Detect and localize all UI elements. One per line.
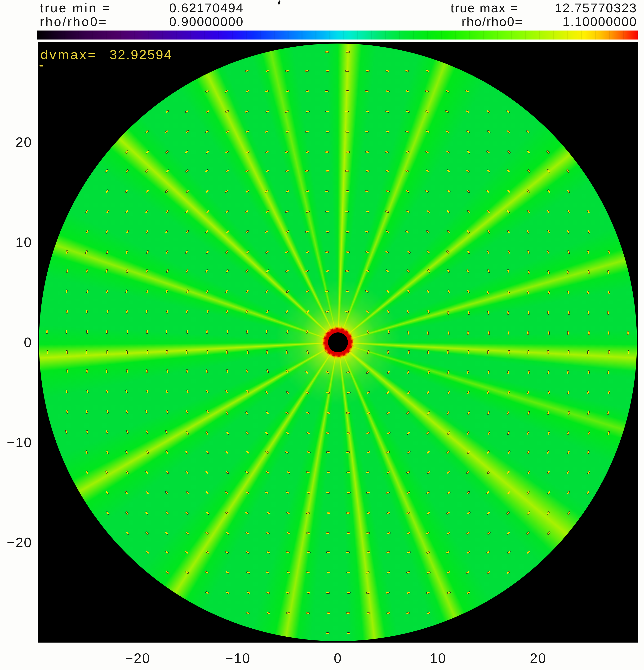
central-black-hole — [328, 332, 348, 352]
y-tick-label: −20 — [0, 534, 32, 550]
vector-arrow — [548, 331, 550, 335]
vector-arrow — [326, 211, 329, 212]
vector-arrow — [607, 371, 609, 374]
vector-arrow — [346, 572, 350, 574]
vector-arrow — [206, 330, 208, 334]
vector-arrow — [226, 350, 228, 354]
vector-arrow — [325, 90, 329, 92]
vector-arrow — [367, 612, 371, 614]
colorbar-step-bands — [37, 30, 638, 40]
y-tick-label: 20 — [0, 134, 32, 150]
vector-arrow — [306, 110, 310, 112]
vector-arrow — [326, 451, 330, 453]
y-tick-label: 10 — [0, 234, 32, 250]
vector-arrow — [346, 190, 349, 192]
vector-arrow — [365, 90, 369, 92]
vector-arrow — [607, 331, 609, 335]
vector-arrow — [326, 592, 330, 594]
vector-arrow — [347, 592, 351, 594]
vector-arrow — [326, 110, 329, 112]
x-tick-label: −20 — [109, 650, 166, 666]
vector-arrow — [306, 612, 310, 614]
vector-arrow — [487, 350, 489, 354]
vector-scale-key-arrow — [40, 65, 43, 66]
vector-arrow — [346, 551, 350, 553]
vector-arrow — [346, 512, 350, 514]
rho-min-value: 0.90000000 — [144, 14, 244, 29]
vector-arrow — [628, 350, 629, 354]
vector-arrow — [186, 350, 188, 354]
vector-arrow — [87, 330, 88, 334]
vector-arrow — [146, 330, 148, 334]
x-tick-label: 20 — [510, 650, 567, 666]
vector-arrow — [206, 350, 208, 354]
vector-arrow — [447, 350, 449, 354]
vector-arrow — [326, 131, 329, 133]
vector-arrow — [528, 350, 529, 354]
plot-area: dvmax=32.92594 — [38, 42, 638, 643]
vector-arrow — [345, 131, 349, 133]
simulation-plot-page: true min = 0.62170494 rho/rho0= 0.900000… — [0, 0, 644, 670]
x-tick-label: 0 — [310, 650, 366, 666]
vector-arrow — [366, 110, 369, 112]
vector-arrow — [325, 190, 329, 192]
vector-arrow — [47, 350, 48, 354]
vector-arrow — [166, 350, 168, 354]
vector-arrow — [627, 331, 629, 335]
vector-arrow — [407, 331, 409, 335]
vector-arrow — [326, 492, 330, 494]
vector-arrow — [345, 170, 349, 172]
vector-arrow — [588, 350, 589, 354]
vector-arrow — [326, 632, 329, 634]
vector-arrow — [408, 350, 410, 354]
vector-arrow — [86, 350, 88, 354]
vector-arrow — [345, 211, 349, 212]
x-tick-label: −10 — [209, 650, 266, 666]
vector-arrow — [246, 330, 248, 334]
vector-arrow — [568, 350, 570, 354]
dvmax-label: dvmax= — [40, 47, 97, 62]
vector-arrow — [66, 350, 68, 354]
vector-arrow — [186, 330, 188, 334]
vector-arrow — [146, 350, 148, 354]
vector-arrow — [346, 251, 350, 253]
cropped-title-fragment — [278, 0, 280, 4]
vector-arrow — [327, 572, 330, 574]
vector-arrow — [325, 151, 329, 153]
vector-arrow — [106, 369, 108, 373]
true-min-label: true min = — [40, 0, 111, 15]
vector-arrow — [247, 350, 249, 354]
vector-arrow — [46, 330, 48, 334]
vector-arrow — [608, 350, 610, 354]
y-tick-label: 0 — [0, 334, 32, 350]
true-max-value: 12.75770323 — [540, 0, 637, 15]
vector-arrow — [488, 331, 490, 335]
vector-arrow — [325, 51, 329, 53]
vector-arrow — [326, 70, 329, 72]
vector-arrow — [347, 632, 350, 634]
vector-arrow — [448, 331, 449, 335]
x-tick-label: 10 — [410, 650, 466, 666]
vector-arrow — [346, 412, 350, 414]
vector-arrow — [345, 70, 349, 72]
vector-arrow — [607, 311, 609, 314]
vector-arrow — [346, 612, 350, 614]
vector-arrow — [326, 532, 329, 534]
vector-arrow — [106, 330, 108, 334]
vector-arrow — [327, 512, 330, 514]
vector-arrow — [327, 612, 330, 614]
vector-arrow — [346, 451, 350, 453]
vector-arrow — [347, 532, 350, 534]
true-max-label: true max = — [424, 0, 518, 15]
rho-min-label: rho/rho0= — [40, 14, 108, 29]
vector-arrow — [127, 330, 129, 334]
vector-arrow — [106, 310, 109, 313]
vector-arrow — [527, 331, 529, 335]
dvmax-readout: dvmax=32.92594 — [40, 47, 172, 62]
vector-arrow — [508, 331, 509, 335]
vector-arrow — [345, 110, 349, 112]
rho-max-label: rho/rho0= — [424, 14, 523, 29]
vector-arrow — [326, 551, 330, 553]
vector-arrow — [86, 369, 88, 373]
y-tick-label: −10 — [0, 434, 32, 450]
